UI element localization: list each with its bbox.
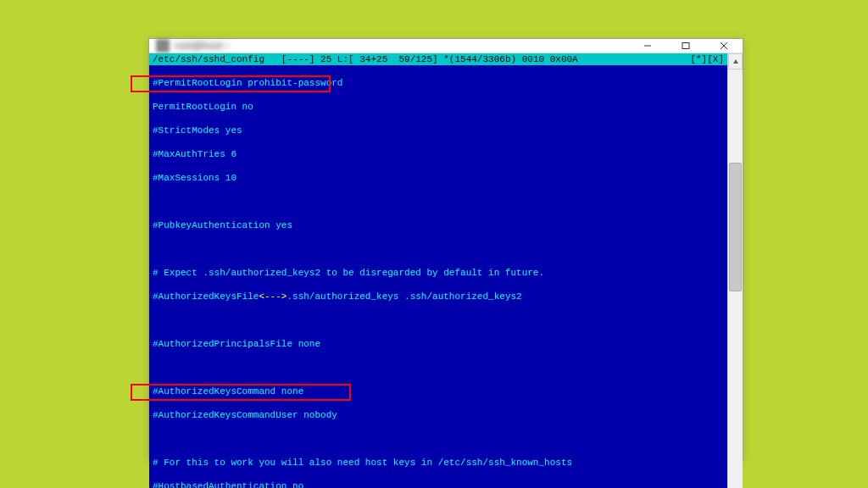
app-icon xyxy=(156,39,170,53)
config-line xyxy=(153,433,724,445)
config-line: #MaxAuthTries 6 xyxy=(153,148,724,160)
config-line: # For this to work you will also need ho… xyxy=(153,457,724,469)
editor-content[interactable]: #PermitRootLogin prohibit-password Permi… xyxy=(149,65,727,488)
config-line: #AuthorizedKeysFile<--->.ssh/authorized_… xyxy=(153,291,724,302)
minimize-button[interactable] xyxy=(628,39,666,53)
config-line xyxy=(153,362,724,374)
status-info: [----] 25 L:[ 34+25 59/125] *(1544/3306b… xyxy=(264,54,578,64)
config-line xyxy=(153,314,724,326)
status-right: [*][X] xyxy=(690,53,724,65)
close-button[interactable] xyxy=(704,39,743,53)
config-line: #AuthorizedPrincipalsFile none xyxy=(153,338,724,350)
scroll-up-button[interactable] xyxy=(728,53,743,69)
editor-status-bar: /etc/ssh/sshd_config [----] 25 L:[ 34+25… xyxy=(149,53,727,65)
marker: <---> xyxy=(259,291,287,302)
svg-marker-4 xyxy=(733,59,738,64)
config-line: #StrictModes yes xyxy=(153,125,724,136)
config-line: #HostbasedAuthentication no xyxy=(153,480,724,488)
scroll-thumb[interactable] xyxy=(729,163,742,291)
config-line: #AuthorizedKeysCommandUser nobody xyxy=(153,409,724,421)
config-line: #AuthorizedKeysCommand none xyxy=(153,385,724,397)
svg-rect-1 xyxy=(682,43,689,49)
status-file: /etc/ssh/sshd_config xyxy=(153,54,264,64)
vertical-scrollbar[interactable] xyxy=(727,53,743,488)
permit-root-login-line: PermitRootLogin no xyxy=(153,101,724,113)
window-titlebar[interactable]: root@host:~ xyxy=(149,39,743,53)
config-line: # Expect .ssh/authorized_keys2 to be dis… xyxy=(153,267,724,279)
maximize-button[interactable] xyxy=(666,39,704,53)
config-line xyxy=(153,196,724,208)
config-line: #PermitRootLogin prohibit-password xyxy=(153,77,724,89)
config-line: #PubkeyAuthentication yes xyxy=(153,219,724,231)
config-line xyxy=(153,243,724,255)
window-title: root@host:~ xyxy=(175,40,231,52)
scroll-track[interactable] xyxy=(728,69,743,488)
terminal-area[interactable]: /etc/ssh/sshd_config [----] 25 L:[ 34+25… xyxy=(149,53,727,488)
terminal-window: root@host:~ /etc/ssh/sshd_config [----] … xyxy=(148,38,743,459)
config-line: #MaxSessions 10 xyxy=(153,172,724,184)
